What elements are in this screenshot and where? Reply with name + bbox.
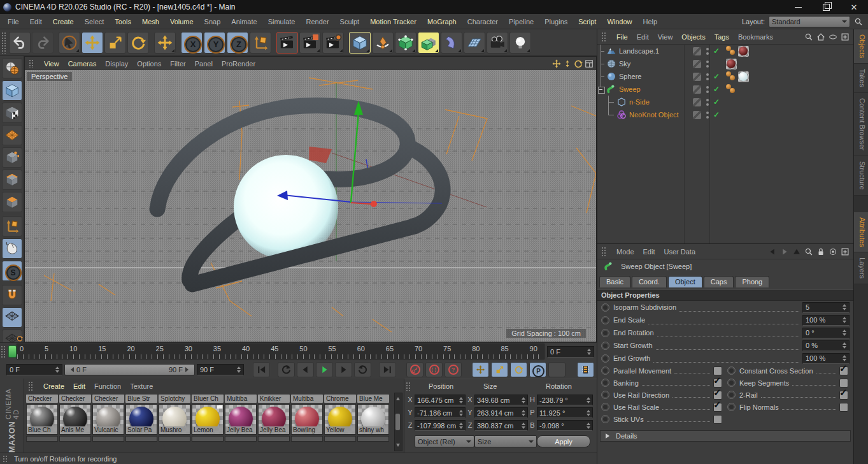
vp-menu-view[interactable]: View <box>44 60 59 68</box>
record-keyframe-button[interactable] <box>406 362 423 377</box>
checkbox[interactable] <box>839 403 848 412</box>
object-name-selected[interactable]: Sweep <box>619 85 690 93</box>
size-y-input[interactable]: 263.914 cm <box>474 407 528 418</box>
range-left-arrow[interactable] <box>68 367 74 372</box>
generators-button[interactable] <box>418 32 439 54</box>
new-window-icon[interactable] <box>841 247 850 256</box>
previous-frame-button[interactable] <box>297 362 314 377</box>
stepper[interactable] <box>459 408 463 418</box>
tab-basic[interactable]: Basic <box>599 276 630 287</box>
tab-object[interactable]: Object <box>668 276 702 287</box>
om-menu-tags[interactable]: Tags <box>715 33 729 41</box>
object-name[interactable]: Sky <box>619 60 690 68</box>
render-settings-button[interactable] <box>322 32 344 54</box>
material-preview[interactable]: Jelly Bea <box>258 404 290 435</box>
last-tool-button[interactable] <box>154 32 176 54</box>
mat-menu-texture[interactable]: Texture <box>130 382 153 390</box>
material-tag-white[interactable] <box>738 71 749 82</box>
material-tile[interactable]: Multiba Jelly Bea <box>225 395 257 442</box>
tab-caps[interactable]: Caps <box>704 276 734 287</box>
home-icon[interactable] <box>816 33 825 41</box>
scrollbar-thumb[interactable] <box>395 414 400 430</box>
menu-file[interactable]: File <box>8 18 19 25</box>
checkbox[interactable]: ✓ <box>713 391 722 400</box>
field-input[interactable]: 0 ° <box>802 328 850 338</box>
lock-y-axis-button[interactable]: Y <box>204 32 225 54</box>
range-right-arrow[interactable] <box>185 367 191 372</box>
viewport-3d-scene[interactable]: Perspective Grid Spacing : 100 cm <box>25 70 596 342</box>
history-forward-icon[interactable] <box>780 247 789 256</box>
material-tile[interactable]: Blue Me shiny wh <box>357 395 389 442</box>
environment-button[interactable] <box>464 32 485 54</box>
menu-render[interactable]: Render <box>306 18 329 25</box>
workplane-mode-button[interactable] <box>2 125 22 145</box>
key-position-toggle[interactable] <box>472 362 489 377</box>
current-frame-input[interactable]: 0 F <box>547 346 594 358</box>
om-menu-bookmarks[interactable]: Bookmarks <box>738 33 773 41</box>
checkbox[interactable]: ✓ <box>713 379 722 388</box>
model-mode-button[interactable] <box>2 80 22 101</box>
keyframe-radio[interactable] <box>727 379 736 387</box>
tab-layers[interactable]: Layers <box>854 252 868 284</box>
zoom-view-icon[interactable] <box>563 59 572 68</box>
apply-button[interactable]: Apply <box>537 435 590 447</box>
range-start-input[interactable]: 0 F <box>6 364 62 375</box>
tab-objects[interactable]: Objects <box>854 29 868 64</box>
field-input[interactable]: 5 <box>802 302 850 313</box>
am-menu-mode[interactable]: Mode <box>616 248 634 256</box>
material-preview[interactable]: Bowling <box>291 404 323 435</box>
phong-tag-icon[interactable] <box>726 84 736 94</box>
points-mode-button[interactable] <box>2 147 22 168</box>
phong-tag-icon[interactable] <box>726 71 736 82</box>
goto-end-button[interactable] <box>379 362 396 377</box>
camera-button[interactable] <box>487 32 508 54</box>
enabled-check-icon[interactable]: ✓ <box>712 72 721 81</box>
rotate-tool-button[interactable] <box>127 32 149 54</box>
material-preview[interactable]: Solar Pa <box>125 404 157 435</box>
make-editable-button[interactable] <box>2 58 22 78</box>
tab-takes[interactable]: Takes <box>854 64 868 93</box>
coordinate-system-button[interactable] <box>250 32 271 54</box>
rot-p-input[interactable]: 11.925 ° <box>537 407 593 418</box>
om-menu-objects[interactable]: Objects <box>681 33 705 41</box>
previous-key-button[interactable] <box>278 362 295 377</box>
scroll-down-icon[interactable] <box>396 444 400 449</box>
enabled-check-icon[interactable]: ✓ <box>712 110 721 119</box>
material-tile[interactable]: Blue Str Solar Pa <box>125 395 157 442</box>
visibility-dots[interactable] <box>704 73 711 80</box>
field-input[interactable]: 0 % <box>802 340 850 351</box>
deformers-button[interactable] <box>441 32 462 54</box>
checkbox[interactable] <box>713 415 722 424</box>
snap-s-button[interactable]: S <box>2 261 22 281</box>
key-parameter-toggle[interactable]: P <box>529 362 546 377</box>
size-x-input[interactable]: 349.68 cm <box>474 395 528 405</box>
visibility-dots[interactable] <box>704 61 711 68</box>
details-expander[interactable]: Details <box>600 430 851 442</box>
mat-menu-edit[interactable]: Edit <box>73 382 85 390</box>
visibility-dots[interactable] <box>704 112 711 119</box>
material-tile[interactable]: Checker Anis Me <box>59 395 91 442</box>
vp-menu-cameras[interactable]: Cameras <box>68 60 97 68</box>
toolbar-drag-handle[interactable] <box>1 32 6 54</box>
menu-create[interactable]: Create <box>53 18 74 25</box>
history-back-icon[interactable] <box>768 247 777 256</box>
material-drag-handle[interactable] <box>28 381 33 391</box>
restore-button[interactable] <box>812 0 840 14</box>
menu-select[interactable]: Select <box>85 18 104 25</box>
autokey-button[interactable] <box>425 362 443 377</box>
material-preview[interactable]: Jelly Bea <box>225 404 257 435</box>
light-button[interactable] <box>509 32 531 54</box>
stepper[interactable] <box>522 395 525 405</box>
timeline-ruler[interactable]: 0 5 10 15 20 25 30 35 40 45 50 55 60 65 … <box>17 344 544 359</box>
material-tile[interactable]: Splotchy Mushro <box>159 395 190 442</box>
target-icon[interactable] <box>829 247 837 256</box>
next-frame-button[interactable] <box>335 362 352 377</box>
material-scrollbar[interactable] <box>394 393 402 451</box>
stepper[interactable] <box>843 328 846 338</box>
material-tag-red[interactable] <box>726 59 737 69</box>
vp-menu-panel[interactable]: Panel <box>195 60 213 68</box>
search-icon[interactable] <box>804 33 813 41</box>
stepper[interactable] <box>55 365 59 375</box>
pos-z-input[interactable]: -107.998 cm <box>415 420 466 431</box>
edges-mode-button[interactable] <box>2 170 22 190</box>
